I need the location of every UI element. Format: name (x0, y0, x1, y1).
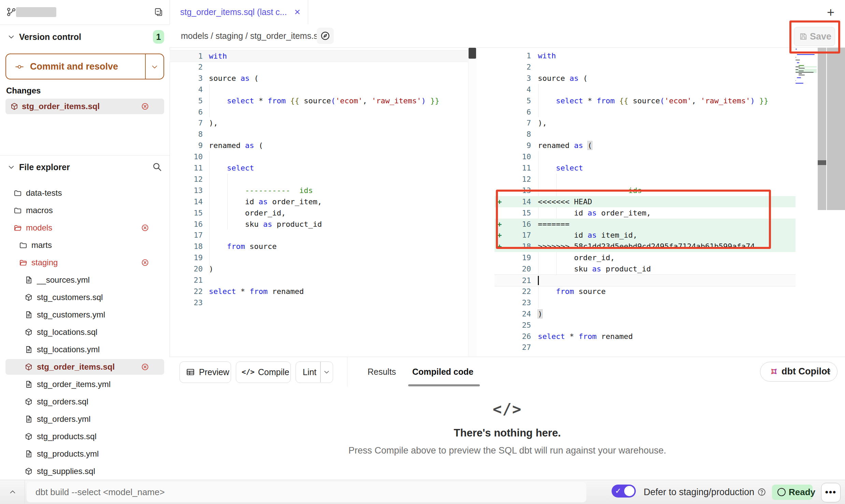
code-line: 17 (170, 229, 468, 241)
line-number: 10 (170, 151, 203, 162)
file-explorer-item-stg-supplies-sql[interactable]: stg_supplies.sql (5, 463, 164, 479)
line-number: 13 (495, 185, 531, 196)
chevron-down-icon[interactable] (151, 63, 158, 71)
git-branch-icon (6, 7, 16, 17)
window-scrollbar[interactable] (827, 48, 845, 210)
search-icon[interactable] (152, 162, 162, 172)
line-number: 10 (495, 151, 531, 162)
file-explorer-item-data-tests[interactable]: data-tests (5, 185, 164, 201)
file-explorer-item-marts[interactable]: marts (5, 237, 164, 253)
line-number: 23 (495, 297, 531, 308)
chevron-down-icon[interactable] (8, 163, 15, 171)
lint-label: Lint (303, 362, 316, 382)
model-icon (25, 293, 33, 301)
code-line: 8 (170, 129, 468, 140)
line-number: 20 (170, 263, 203, 275)
discard-changes-icon[interactable] (141, 102, 149, 110)
tab-stg-order-items[interactable]: stg_order_items.sql (last c... × (170, 0, 308, 24)
dbt-copilot-button[interactable]: dbt Copilot (760, 362, 837, 382)
file-explorer-item-stg-products-sql[interactable]: stg_products.sql (5, 429, 164, 444)
file-explorer-item-macros[interactable]: macros (5, 203, 164, 218)
commit-and-resolve-button[interactable]: Commit and resolve (5, 54, 164, 79)
folder-icon (14, 206, 22, 214)
right-pane-scrollbar[interactable] (818, 48, 826, 210)
code-line: 22 from source (495, 286, 796, 297)
file-explorer-item-stg-products-yml[interactable]: stg_products.yml (5, 446, 164, 462)
code-line: 22select * from renamed (170, 286, 468, 297)
defer-toggle[interactable]: ✓ (612, 485, 636, 498)
breadcrumb-row: models / staging / stg_order_items.sql (170, 24, 845, 48)
code-editor-original[interactable]: 1with23source as (45 select * from {{ so… (170, 47, 468, 357)
line-number: 19 (170, 252, 203, 263)
file-explorer-item-stg-locations-yml[interactable]: stg_locations.yml (5, 342, 164, 357)
file-explorer-item-stg-locations-sql[interactable]: stg_locations.sql (5, 324, 164, 340)
line-number: 20 (495, 263, 531, 275)
file-explorer-item-stg-customers-sql[interactable]: stg_customers.sql (5, 290, 164, 305)
minimap-line (796, 83, 803, 84)
changed-file-row[interactable]: stg_order_items.sql (5, 99, 164, 114)
model-cube-icon (10, 102, 18, 110)
lineage-button[interactable] (317, 28, 334, 44)
left-pane-scrollbar[interactable] (468, 47, 477, 357)
line-number: 9 (170, 140, 203, 151)
branch-name-redacted (16, 7, 56, 17)
tab-results[interactable]: Results (368, 357, 396, 387)
preview-button[interactable]: Preview (180, 361, 231, 383)
more-options-button[interactable]: ••• (821, 483, 841, 502)
line-number: 11 (495, 162, 531, 174)
discard-changes-icon[interactable] (141, 224, 149, 232)
tab-compiled-code[interactable]: Compiled code (412, 357, 473, 387)
file-explorer-item-stg-orders-sql[interactable]: stg_orders.sql (5, 394, 164, 410)
lint-button[interactable]: Lint (296, 361, 333, 383)
line-number: 11 (170, 162, 203, 174)
chevron-down-icon[interactable] (323, 369, 330, 375)
model-icon (25, 328, 33, 336)
right-pane-scrollbar-thumb[interactable] (818, 160, 826, 165)
file-explorer-item--sources-yml[interactable]: __sources.yml (5, 272, 164, 288)
line-number: 25 (495, 320, 531, 331)
file-label: stg_customers.sql (37, 290, 103, 305)
code-line: 27 (495, 342, 796, 353)
file-explorer-item-stg-order-items-sql[interactable]: stg_order_items.sql (5, 359, 164, 375)
code-editor-modified[interactable]: 1with23source as (45 select * from {{ so… (495, 47, 796, 357)
compile-button[interactable]: </> Compile (236, 361, 291, 383)
status-circle-icon (777, 488, 786, 496)
breadcrumb: models / staging / stg_order_items.sql (181, 24, 325, 47)
minimap[interactable] (796, 48, 817, 93)
file-label: stg_orders.sql (37, 394, 88, 410)
toolbar-divider (347, 357, 347, 387)
chevron-down-icon[interactable] (8, 33, 15, 41)
file-explorer-item-models[interactable]: models (5, 220, 164, 236)
line-number: 6 (495, 106, 531, 118)
command-placeholder: dbt build --select <model_name> (35, 482, 165, 502)
close-icon[interactable]: × (294, 6, 300, 18)
file-explorer-item-stg-orders-yml[interactable]: stg_orders.yml (5, 411, 164, 427)
dbt-command-input[interactable]: dbt build --select <model_name> (27, 482, 586, 502)
file-explorer-item-staging[interactable]: staging (5, 255, 164, 270)
new-tab-button[interactable]: + (825, 7, 836, 18)
minimap-line (796, 57, 796, 58)
model-icon (25, 363, 33, 371)
code-line: 23 (170, 297, 468, 308)
minimap-line (799, 71, 804, 71)
file-explorer-item-stg-order-items-yml[interactable]: stg_order_items.yml (5, 376, 164, 392)
commit-icon (15, 62, 24, 71)
changed-file-label: stg_order_items.sql (22, 99, 100, 114)
chevron-up-icon[interactable] (9, 488, 16, 496)
model-icon (25, 398, 33, 406)
code-line: 1with (495, 50, 796, 61)
file-label: stg_products.yml (37, 446, 99, 462)
discard-changes-icon[interactable] (141, 363, 149, 371)
copy-files-icon[interactable] (154, 7, 163, 17)
code-line: 3source as ( (495, 73, 796, 84)
save-button[interactable]: Save (794, 27, 835, 46)
chevron-down-icon (825, 368, 832, 375)
code-line: 23 (495, 297, 796, 308)
file-explorer-item-stg-customers-yml[interactable]: stg_customers.yml (5, 307, 164, 323)
line-number: 24 (495, 308, 531, 320)
line-number: 14 (495, 196, 531, 207)
discard-changes-icon[interactable] (141, 258, 149, 267)
help-icon[interactable] (757, 488, 766, 496)
left-pane-scrollbar-thumb[interactable] (469, 48, 476, 59)
file-explorer-title: File explorer (19, 160, 70, 174)
